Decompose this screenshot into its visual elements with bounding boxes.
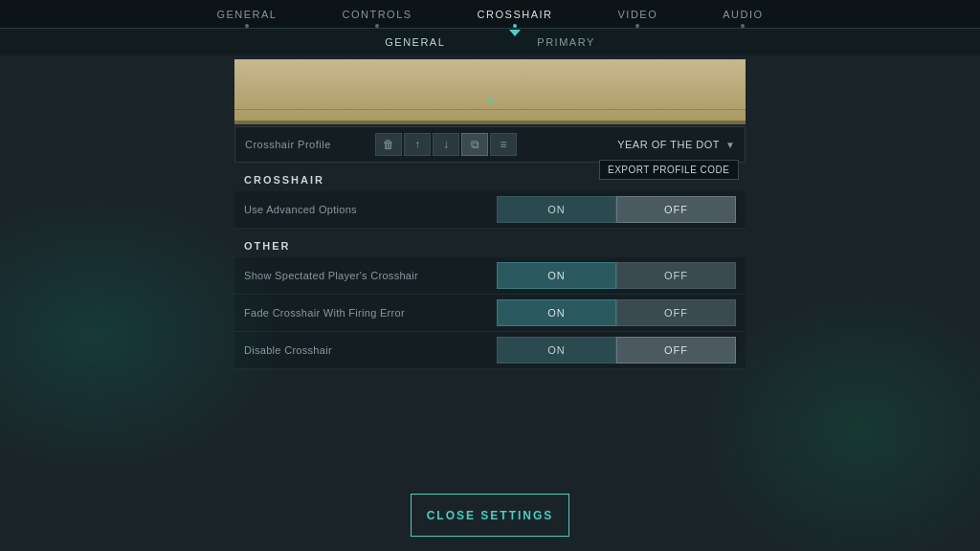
menu-icon: ≡: [500, 138, 506, 151]
download-icon: ↓: [443, 138, 449, 151]
nav-item-video[interactable]: VIDEO: [614, 3, 662, 26]
dropdown-value: YEAR OF THE DOT: [586, 139, 720, 150]
disable-crosshair-label: Disable Crosshair: [244, 344, 497, 356]
nav-item-controls[interactable]: CONTROLS: [338, 3, 415, 26]
profile-section: Crosshair Profile 🗑 ↑ ↓ ⧉ ≡ EXPORT PROFI…: [234, 126, 746, 163]
crosshair-preview: [234, 59, 746, 124]
profile-icons: 🗑 ↑ ↓ ⧉ ≡: [375, 133, 517, 156]
advanced-options-off-btn[interactable]: Off: [616, 196, 736, 223]
chevron-down-icon: ▼: [725, 140, 735, 150]
spectated-crosshair-on-btn[interactable]: On: [497, 262, 616, 289]
profile-share-btn[interactable]: ↑: [404, 133, 431, 156]
setting-row-spectated-crosshair: Show Spectated Player's Crosshair On Off: [234, 257, 746, 295]
disable-crosshair-on-btn[interactable]: On: [497, 337, 616, 364]
advanced-options-on-btn[interactable]: On: [497, 196, 616, 223]
profile-delete-btn[interactable]: 🗑: [375, 133, 402, 156]
setting-row-disable-crosshair: Disable Crosshair On Off: [234, 332, 746, 369]
spectated-crosshair-label: Show Spectated Player's Crosshair: [244, 270, 497, 281]
fade-crosshair-off-btn[interactable]: Off: [616, 299, 736, 326]
disable-crosshair-off-btn[interactable]: Off: [616, 337, 736, 364]
profile-label: Crosshair Profile: [245, 139, 369, 150]
nav-item-crosshair[interactable]: CROSSHAIR: [474, 3, 557, 26]
settings-container: CROSSHAIR Use Advanced Options On Off OT…: [234, 168, 746, 369]
close-settings-container: CLOSE SETTINGS: [411, 494, 569, 537]
setting-row-fade-crosshair: Fade Crosshair With Firing Error On Off: [234, 295, 746, 332]
section-header-other: OTHER: [234, 234, 746, 257]
setting-row-advanced-options: Use Advanced Options On Off: [234, 191, 746, 229]
sub-nav-general[interactable]: GENERAL: [377, 33, 453, 52]
profile-export-btn[interactable]: ⧉: [461, 133, 488, 156]
spectated-crosshair-toggle: On Off: [497, 262, 736, 289]
sub-nav: GENERAL PRIMARY: [0, 29, 980, 55]
fade-crosshair-toggle: On Off: [497, 299, 736, 326]
close-settings-button[interactable]: CLOSE SETTINGS: [411, 494, 569, 537]
disable-crosshair-toggle: On Off: [497, 337, 736, 364]
fade-crosshair-label: Fade Crosshair With Firing Error: [244, 307, 497, 319]
spectated-crosshair-off-btn[interactable]: Off: [616, 262, 736, 289]
top-nav: GENERAL CONTROLS CROSSHAIR VIDEO AUDIO: [0, 0, 980, 29]
nav-item-audio[interactable]: AUDIO: [719, 3, 767, 26]
profile-dropdown[interactable]: YEAR OF THE DOT ▼: [586, 139, 735, 150]
nav-triangle-indicator: [509, 30, 521, 36]
fade-crosshair-on-btn[interactable]: On: [497, 299, 616, 326]
share-icon: ↑: [414, 138, 420, 151]
sub-nav-primary[interactable]: PRIMARY: [529, 33, 602, 52]
advanced-options-toggle: On Off: [497, 196, 736, 223]
nav-item-general[interactable]: GENERAL: [212, 3, 280, 26]
export-tooltip: EXPORT PROFILE CODE: [599, 160, 739, 180]
main-content: Crosshair Profile 🗑 ↑ ↓ ⧉ ≡ EXPORT PROFI…: [0, 59, 980, 369]
crosshair-dot: [487, 98, 493, 103]
trash-icon: 🗑: [383, 138, 394, 151]
profile-menu-btn[interactable]: ≡: [490, 133, 517, 156]
advanced-options-label: Use Advanced Options: [244, 204, 497, 215]
copy-icon: ⧉: [471, 138, 479, 151]
profile-download-btn[interactable]: ↓: [433, 133, 459, 156]
